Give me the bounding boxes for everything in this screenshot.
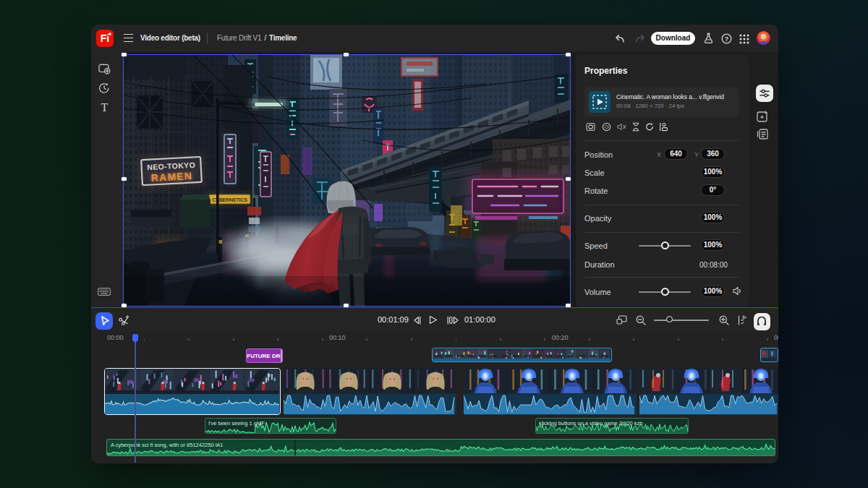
svg-text:?: ? (725, 35, 729, 43)
svg-text:T: T (101, 101, 109, 113)
